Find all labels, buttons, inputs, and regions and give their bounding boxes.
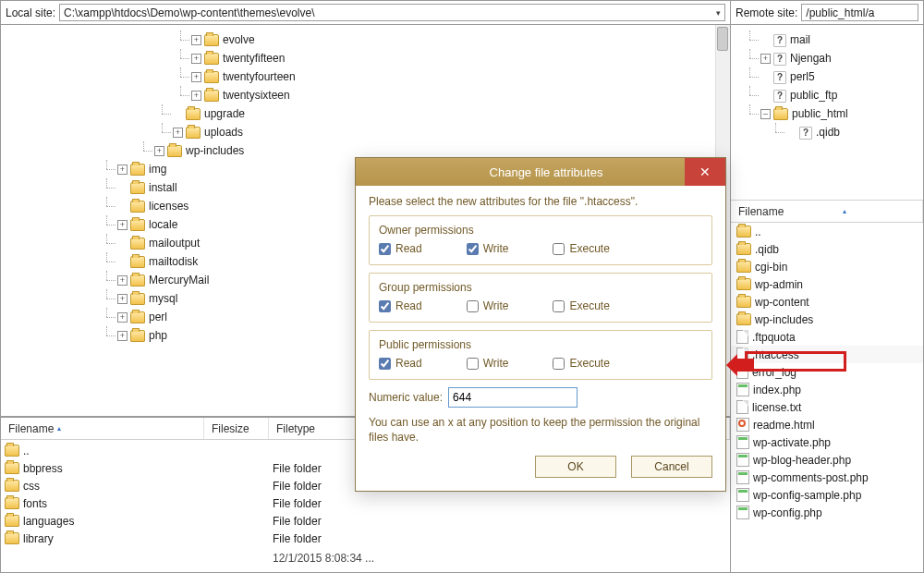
checkbox-input[interactable] (379, 358, 391, 370)
checkbox-input[interactable] (467, 358, 479, 370)
tree-label: img (149, 163, 166, 176)
list-item[interactable]: fontsFile folder (1, 494, 730, 512)
list-item[interactable]: wp-config-sample.php (731, 486, 923, 504)
list-item[interactable]: wp-blog-header.php (731, 451, 923, 469)
list-item[interactable]: .. (731, 223, 923, 240)
tree-item[interactable]: +twentysixteen (191, 86, 726, 104)
group-read-checkbox[interactable]: Read (379, 299, 422, 312)
expand-icon[interactable]: + (117, 220, 128, 230)
owner-execute-checkbox[interactable]: Execute (553, 242, 609, 255)
owner-write-checkbox[interactable]: Write (467, 242, 509, 255)
group-title: Group permissions (379, 281, 702, 294)
expand-icon[interactable]: + (117, 312, 128, 323)
tree-item[interactable]: +twentyfourteen (191, 67, 726, 86)
remote-path-value: /public_html/a (806, 6, 874, 19)
php-file-icon (736, 488, 749, 502)
dialog-titlebar[interactable]: Change file attributes ✕ (356, 158, 725, 186)
expand-icon[interactable]: + (117, 294, 128, 304)
public-read-checkbox[interactable]: Read (379, 357, 422, 370)
list-item[interactable]: .ftpquota (731, 328, 923, 346)
list-item[interactable]: .qidb (731, 240, 923, 258)
list-item[interactable]: wp-includes (731, 311, 923, 328)
expand-icon[interactable]: + (173, 128, 183, 138)
list-item[interactable]: readme.html (731, 416, 923, 433)
folder-icon (204, 34, 219, 46)
checkbox-input[interactable] (553, 243, 565, 255)
tree-item[interactable]: +Njengah (760, 49, 919, 67)
remote-tree[interactable]: mail +Njengah perl5 public_ftp –public_h… (731, 25, 923, 201)
checkbox-label: Write (483, 242, 509, 255)
tree-item[interactable]: .qidb (786, 123, 919, 141)
checkbox-input[interactable] (467, 243, 479, 255)
expand-icon[interactable]: + (191, 54, 201, 64)
filename-label: wp-comments-post.php (753, 471, 869, 484)
expand-icon[interactable]: + (191, 35, 201, 45)
list-item[interactable]: wp-config.php (731, 504, 923, 521)
list-item[interactable]: cgi-bin (731, 258, 923, 275)
tree-item[interactable]: –public_html .qidb (760, 104, 919, 123)
filename-label: wp-admin (755, 278, 803, 291)
folder-icon (204, 53, 219, 65)
expand-icon[interactable]: + (760, 54, 771, 64)
tree-item[interactable]: upgrade (173, 104, 726, 123)
close-button[interactable]: ✕ (685, 158, 725, 186)
tree-item[interactable]: +evolve (191, 30, 726, 49)
filename-label: .htaccess (752, 348, 799, 361)
tree-item[interactable]: public_ftp (760, 86, 919, 104)
folder-icon (204, 71, 219, 83)
list-item[interactable]: libraryFile folder (1, 530, 730, 547)
folder-icon (130, 256, 145, 268)
checkbox-input[interactable] (467, 300, 479, 312)
expand-icon[interactable]: + (154, 146, 164, 156)
group-write-checkbox[interactable]: Write (467, 299, 509, 312)
tree-item[interactable]: mail (760, 30, 919, 49)
remote-site-label: Remote site: (736, 6, 797, 19)
folder-icon (736, 313, 751, 325)
owner-read-checkbox[interactable]: Read (379, 242, 422, 255)
public-write-checkbox[interactable]: Write (467, 357, 509, 370)
checkbox-input[interactable] (553, 300, 565, 312)
filename-label: bbpress (23, 462, 63, 475)
tree-label: install (149, 181, 177, 194)
list-item[interactable]: index.php (731, 381, 923, 398)
list-item[interactable]: wp-activate.php (731, 433, 923, 451)
col-filename[interactable]: Filename▴ (1, 418, 204, 439)
checkbox-input[interactable] (379, 243, 391, 255)
tree-label: evolve (223, 33, 255, 46)
public-permissions-group: Public permissions Read Write Execute (369, 330, 712, 380)
tree-item[interactable]: perl5 (760, 67, 919, 86)
expand-icon[interactable]: + (117, 165, 128, 175)
list-item[interactable]: languagesFile folder (1, 512, 730, 530)
list-item[interactable]: wp-comments-post.php (731, 469, 923, 486)
remote-list-header: Filename▴ (731, 201, 923, 223)
tree-item[interactable]: +twentyfifteen (191, 49, 726, 67)
col-filesize[interactable]: Filesize (204, 418, 269, 439)
tree-label: perl5 (790, 70, 815, 83)
list-item[interactable]: error_log (731, 363, 923, 381)
list-item[interactable]: license.txt (731, 398, 923, 416)
public-execute-checkbox[interactable]: Execute (553, 357, 609, 370)
local-path-bar: Local site: C:\xampp\htdocs\Demo\wp-cont… (1, 1, 730, 25)
close-icon: ✕ (699, 165, 711, 179)
group-execute-checkbox[interactable]: Execute (553, 299, 609, 312)
tree-label: licenses (149, 200, 188, 213)
ok-button[interactable]: OK (535, 456, 616, 478)
checkbox-input[interactable] (379, 300, 391, 312)
list-item[interactable]: wp-admin (731, 275, 923, 293)
checkbox-input[interactable] (553, 358, 565, 370)
list-item[interactable]: wp-content (731, 293, 923, 311)
expand-icon[interactable]: + (191, 72, 201, 82)
col-filename[interactable]: Filename▴ (731, 201, 923, 222)
local-path-combo[interactable]: C:\xampp\htdocs\Demo\wp-content\themes\e… (59, 4, 725, 21)
remote-path-combo[interactable]: /public_html/a (801, 4, 918, 21)
expand-icon[interactable]: + (117, 275, 128, 286)
remote-list-body[interactable]: ...qidbcgi-binwp-adminwp-contentwp-inclu… (731, 223, 923, 521)
collapse-icon[interactable]: – (760, 109, 771, 119)
expand-icon[interactable]: + (117, 331, 128, 341)
cancel-button[interactable]: Cancel (631, 456, 712, 478)
numeric-value-input[interactable] (448, 387, 578, 408)
checkbox-label: Read (395, 299, 422, 312)
tree-item[interactable]: +uploads (173, 123, 726, 141)
expand-icon[interactable]: + (191, 91, 201, 101)
list-item[interactable]: .htaccess (731, 346, 923, 363)
